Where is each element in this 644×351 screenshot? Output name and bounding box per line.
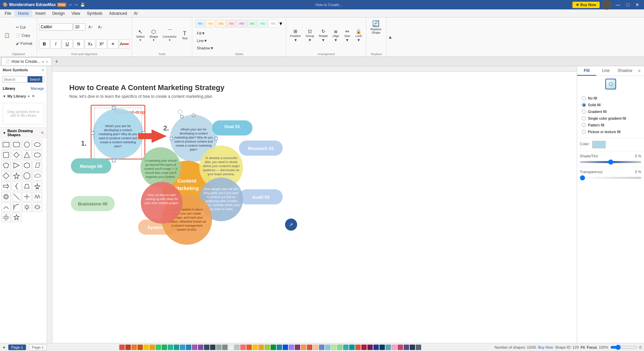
shape-rect-rounded2[interactable]: [33, 150, 42, 160]
select-button[interactable]: ↖ Select ▼: [134, 28, 147, 43]
palette-color[interactable]: [265, 345, 270, 350]
palette-color[interactable]: [277, 345, 282, 350]
shape-flower[interactable]: [1, 213, 11, 222]
red-arrow[interactable]: [152, 129, 167, 143]
palette-color[interactable]: [313, 345, 318, 350]
palette-color[interactable]: [162, 345, 167, 350]
align-button[interactable]: ≣ Align▼: [330, 28, 341, 43]
gradient-fill-option[interactable]: Gradient fill: [580, 108, 641, 115]
menu-design[interactable]: Design: [49, 10, 68, 17]
palette-color[interactable]: [295, 345, 300, 350]
style-chip-3[interactable]: Abc: [216, 20, 226, 28]
add-library-button[interactable]: +: [28, 93, 30, 99]
palette-color[interactable]: [361, 345, 367, 350]
palette-color[interactable]: [198, 345, 203, 350]
menu-insert[interactable]: Insert: [32, 10, 49, 17]
maximize-button[interactable]: □: [625, 1, 631, 8]
menu-file[interactable]: File: [1, 10, 14, 17]
coral-bubble[interactable]: [141, 182, 183, 224]
palette-color[interactable]: [283, 345, 288, 350]
palette-color[interactable]: [216, 345, 222, 350]
color-picker-button[interactable]: [592, 141, 606, 148]
palette-color[interactable]: [416, 345, 421, 350]
tab-close-button[interactable]: ✕: [45, 60, 48, 64]
shape-rounded-square[interactable]: [1, 150, 11, 160]
shape-parallelogram[interactable]: [33, 161, 42, 170]
font-size-input[interactable]: [73, 23, 85, 31]
shape-triangle-eq[interactable]: [22, 150, 32, 160]
rotate-button[interactable]: ↻ Rotate▼: [317, 28, 330, 43]
palette-color[interactable]: [156, 345, 161, 350]
style-chip-6[interactable]: Abc: [247, 20, 257, 28]
shape-brace[interactable]: [12, 182, 21, 191]
right-panel-close-button[interactable]: ✕: [635, 66, 644, 76]
superscript-button[interactable]: X²: [96, 39, 107, 49]
page-add-button[interactable]: +: [3, 345, 5, 350]
palette-color[interactable]: [222, 345, 228, 350]
palette-color[interactable]: [210, 345, 215, 350]
text-color-button[interactable]: A: [119, 39, 130, 49]
menu-home[interactable]: Home: [14, 10, 32, 17]
palette-color[interactable]: [204, 345, 209, 350]
palette-color[interactable]: [228, 345, 234, 350]
font-shrink-button[interactable]: A↓: [96, 23, 105, 31]
shape-trapezoid[interactable]: [22, 182, 32, 191]
shape-circle[interactable]: [22, 140, 32, 149]
search-button[interactable]: Search: [28, 76, 42, 82]
palette-color[interactable]: [234, 345, 240, 350]
palette-color[interactable]: [379, 345, 385, 350]
focus-button[interactable]: Focus: [587, 345, 597, 349]
fill-tab[interactable]: Fill: [577, 66, 596, 76]
shape-rectangle[interactable]: [1, 140, 11, 149]
shape-starburst4[interactable]: [33, 202, 42, 212]
style-chip-7[interactable]: Abc: [257, 20, 268, 28]
shape-star8[interactable]: [22, 202, 32, 212]
buy-now-status-link[interactable]: Buy Now: [538, 345, 553, 349]
research-bubble[interactable]: [239, 141, 283, 156]
buy-now-button[interactable]: ★ Buy Now: [572, 2, 599, 8]
palette-color[interactable]: [337, 345, 343, 350]
diagram-canvas[interactable]: How to Create A Content Marketing Strate…: [52, 72, 577, 351]
close-library-button[interactable]: ✕: [32, 94, 35, 99]
shape-triangle-right[interactable]: [12, 161, 21, 170]
audit-bubble[interactable]: [239, 189, 283, 204]
palette-color[interactable]: [349, 345, 355, 350]
palette-color[interactable]: [137, 345, 143, 350]
shape-quarter-circle[interactable]: [12, 202, 21, 212]
line-dropdown-button[interactable]: Line▼: [194, 37, 210, 44]
shape-ellipse[interactable]: [33, 140, 42, 149]
shape-arc[interactable]: [1, 202, 11, 212]
manage-bubble[interactable]: [71, 158, 111, 173]
italic-button[interactable]: I: [50, 39, 61, 49]
undo-btn[interactable]: ↩: [69, 3, 72, 7]
palette-color[interactable]: [343, 345, 349, 350]
shape-crosshair[interactable]: [22, 192, 32, 201]
palette-color[interactable]: [301, 345, 306, 350]
search-input[interactable]: [2, 76, 28, 82]
close-shapes-button[interactable]: ✕: [41, 130, 44, 135]
palette-color[interactable]: [386, 345, 391, 350]
shape-hexagon[interactable]: [22, 161, 32, 170]
save-btn[interactable]: 💾: [80, 3, 85, 7]
shape-circle2[interactable]: [1, 192, 11, 201]
palette-color[interactable]: [398, 345, 403, 350]
lock-button[interactable]: 🔒 Lock▼: [353, 28, 364, 43]
shade-slider[interactable]: [580, 161, 641, 163]
palette-color[interactable]: [131, 345, 137, 350]
fill-preview-icon[interactable]: ⬡: [605, 79, 616, 89]
palette-color[interactable]: [289, 345, 294, 350]
palette-color[interactable]: [125, 345, 131, 350]
palette-color[interactable]: [174, 345, 179, 350]
handle-right-2[interactable]: [215, 137, 217, 140]
shadow-dropdown-button[interactable]: Shadow▼: [194, 44, 216, 52]
brainstorm-bubble[interactable]: [71, 196, 115, 211]
palette-color[interactable]: [240, 345, 246, 350]
palette-color[interactable]: [355, 345, 361, 350]
palette-color[interactable]: [319, 345, 324, 350]
system-bubble[interactable]: [138, 220, 178, 235]
connector-button[interactable]: ⌒ Connector ▼: [161, 28, 179, 43]
cut-button[interactable]: ✂ Cut: [13, 24, 35, 31]
font-grow-button[interactable]: A↑: [86, 23, 95, 31]
handle-bottom[interactable]: [112, 159, 115, 162]
page-tab-2[interactable]: Page-1: [29, 344, 47, 350]
